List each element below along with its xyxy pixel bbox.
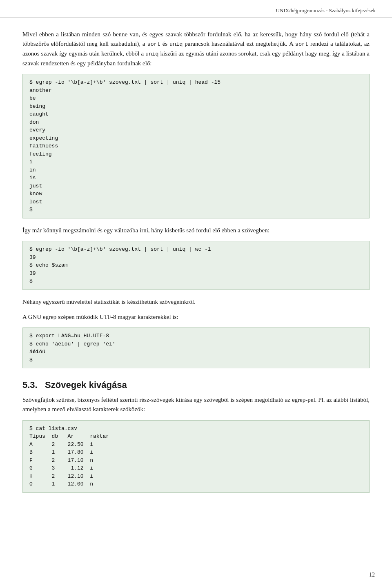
paragraph-3: Néhány egyszerű művelettel statisztikát … — [22, 297, 370, 307]
code-block-3: $ export LANG=hu_HU.UTF-8 $ echo 'áéíóú'… — [22, 327, 370, 368]
page-header: UNIX/héjprogramozás - Szabályos kifejezé… — [0, 0, 392, 18]
page-number: 12 — [369, 572, 375, 578]
paragraph-5: Szövegfájlok szűrése, bizonyos feltétel … — [22, 395, 370, 414]
section-number: 5.3. — [22, 380, 38, 390]
section-heading: 5.3. Szövegek kivágása — [22, 380, 370, 390]
code-block-1: $ egrep -io '\b[a-z]+\b' szoveg.txt | so… — [22, 74, 370, 218]
page-content: Mivel ebben a listában minden szó benne … — [0, 18, 392, 525]
section-title: Szövegek kivágása — [45, 380, 127, 390]
code-block-4: $ cat lista.csv Tipus db Ar raktar A 2 2… — [22, 420, 370, 493]
code-block-2: $ egrep -io '\b[a-z]+\b' szoveg.txt | so… — [22, 241, 370, 290]
paragraph-4: A GNU egrep szépen működik UTF-8 magyar … — [22, 312, 370, 322]
paragraph-2: Így már könnyű megszámolni és egy változ… — [22, 226, 370, 235]
paragraph-1: Mivel ebben a listában minden szó benne … — [22, 30, 370, 68]
